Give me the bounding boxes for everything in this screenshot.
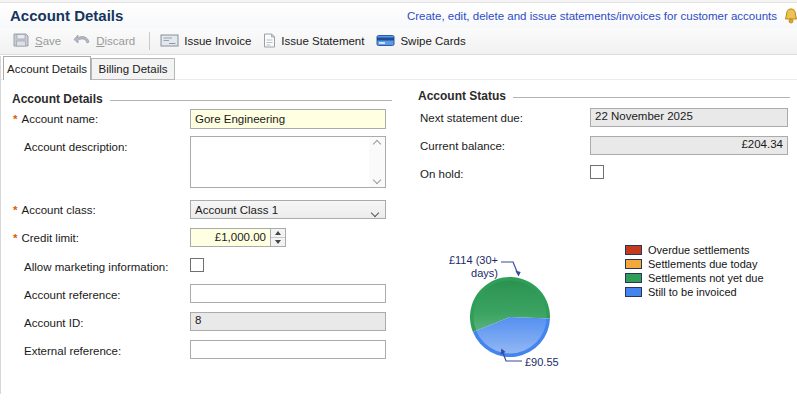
external-reference-input[interactable] bbox=[190, 340, 386, 359]
legend-swatch-green bbox=[625, 273, 642, 283]
credit-card-icon bbox=[376, 34, 395, 49]
swipe-cards-label: Swipe Cards bbox=[400, 35, 465, 47]
callout-arrow-green bbox=[515, 271, 520, 277]
spin-up-button[interactable] bbox=[271, 229, 285, 238]
tab-account-details-label: Account Details bbox=[7, 63, 87, 75]
issue-invoice-button[interactable]: Issue Invoice bbox=[156, 31, 259, 52]
current-balance-field: £204.34 bbox=[590, 136, 788, 155]
tab-billing-details-label: Billing Details bbox=[98, 63, 167, 75]
legend-label: Overdue settlements bbox=[648, 244, 750, 256]
account-reference-label: Account reference: bbox=[24, 289, 121, 301]
required-marker: * bbox=[13, 204, 17, 216]
account-details-group-title: Account Details bbox=[12, 92, 103, 106]
next-statement-label: Next statement due: bbox=[420, 112, 523, 124]
heading-rule bbox=[110, 100, 392, 101]
tab-account-details[interactable]: Account Details bbox=[3, 56, 91, 80]
scroll-up-icon[interactable] bbox=[373, 140, 381, 148]
page-header: Account Details Create, edit, delete and… bbox=[0, 4, 797, 28]
credit-limit-stepper[interactable]: £1,000.00 bbox=[190, 228, 286, 247]
account-details-group-heading: Account Details bbox=[12, 92, 392, 106]
legend-label: Settlements due today bbox=[648, 258, 757, 270]
bell-icon bbox=[782, 7, 797, 29]
account-details-window: Account Details Create, edit, delete and… bbox=[0, 0, 797, 400]
next-statement-field: 22 November 2025 bbox=[590, 108, 788, 127]
account-name-input[interactable] bbox=[190, 109, 386, 129]
page-title: Account Details bbox=[10, 7, 123, 24]
legend-swatch-orange bbox=[625, 259, 642, 269]
legend-swatch-red bbox=[625, 245, 642, 255]
issue-invoice-label: Issue Invoice bbox=[184, 35, 251, 47]
account-status-group-heading: Account Status bbox=[418, 89, 790, 103]
spin-down-button[interactable] bbox=[271, 238, 285, 246]
account-id-label: Account ID: bbox=[24, 317, 83, 329]
legend-item-not-yet-due: Settlements not yet due bbox=[625, 272, 764, 284]
account-id-field: 8 bbox=[190, 312, 386, 331]
required-marker: * bbox=[13, 113, 17, 125]
external-reference-label: External reference: bbox=[24, 345, 121, 357]
account-reference-input[interactable] bbox=[190, 284, 386, 303]
account-class-value: Account Class 1 bbox=[195, 204, 278, 216]
heading-rule bbox=[513, 97, 790, 98]
on-hold-checkbox[interactable] bbox=[590, 165, 604, 179]
credit-limit-value: £1,000.00 bbox=[191, 229, 270, 246]
pie-callout-green: £114 (30+ days) bbox=[436, 254, 498, 280]
account-name-label: *Account name: bbox=[13, 113, 98, 125]
tab-billing-details[interactable]: Billing Details bbox=[91, 58, 175, 80]
legend-item-still-to-invoice: Still to be invoiced bbox=[625, 286, 764, 298]
on-hold-label: On hold: bbox=[420, 168, 463, 180]
discard-button[interactable]: Discard bbox=[69, 30, 143, 52]
account-class-label: *Account class: bbox=[13, 204, 96, 216]
legend-item-due-today: Settlements due today bbox=[625, 258, 764, 270]
credit-limit-label: *Credit limit: bbox=[13, 232, 79, 244]
discard-icon bbox=[73, 33, 91, 49]
account-description-label: Account description: bbox=[24, 141, 128, 153]
chevron-down-icon bbox=[372, 206, 378, 218]
left-border-line bbox=[0, 56, 1, 394]
save-label: Save bbox=[35, 35, 61, 47]
down-arrow-icon bbox=[275, 240, 281, 244]
toolbar-separator bbox=[149, 32, 150, 50]
chart-legend: Overdue settlements Settlements due toda… bbox=[625, 244, 764, 300]
pie-sheen bbox=[474, 281, 547, 354]
legend-swatch-blue bbox=[625, 287, 642, 297]
legend-label: Still to be invoiced bbox=[648, 286, 737, 298]
allow-marketing-checkbox[interactable] bbox=[190, 258, 204, 272]
current-balance-label: Current balance: bbox=[420, 140, 505, 152]
toolbar: Save Discard Issue Invoice bbox=[0, 28, 797, 55]
up-arrow-icon bbox=[275, 231, 281, 235]
account-status-group-title: Account Status bbox=[418, 89, 506, 103]
top-strip bbox=[0, 0, 797, 3]
legend-item-overdue: Overdue settlements bbox=[625, 244, 764, 256]
statement-icon bbox=[263, 33, 276, 50]
required-marker: * bbox=[13, 232, 17, 244]
account-description-input[interactable] bbox=[190, 136, 386, 188]
pie-callout-blue: £90.55 bbox=[525, 356, 559, 369]
callout-line-green bbox=[501, 262, 518, 274]
discard-label: Discard bbox=[96, 35, 135, 47]
invoice-icon bbox=[160, 34, 179, 49]
scroll-down-icon[interactable] bbox=[373, 176, 381, 184]
legend-label: Settlements not yet due bbox=[648, 272, 764, 284]
issue-statement-label: Issue Statement bbox=[281, 35, 364, 47]
account-class-select[interactable]: Account Class 1 bbox=[190, 200, 386, 219]
save-icon bbox=[12, 32, 30, 50]
swipe-cards-button[interactable]: Swipe Cards bbox=[372, 31, 473, 52]
credit-limit-spinner bbox=[270, 229, 285, 246]
issue-statement-button[interactable]: Issue Statement bbox=[259, 30, 372, 53]
page-description: Create, edit, delete and issue statement… bbox=[407, 10, 777, 22]
allow-marketing-label: Allow marketing information: bbox=[24, 261, 168, 273]
description-scrollbar[interactable] bbox=[369, 137, 385, 187]
save-button[interactable]: Save bbox=[8, 29, 69, 53]
